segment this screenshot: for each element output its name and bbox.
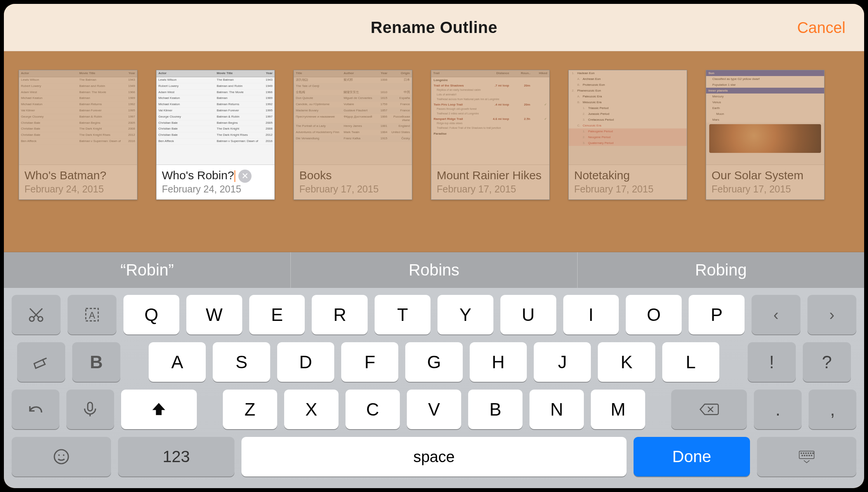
key-j[interactable]: J bbox=[534, 342, 591, 382]
question-key[interactable]: ? bbox=[803, 342, 851, 382]
comma-key[interactable]: , bbox=[809, 390, 856, 429]
key-z[interactable]: Z bbox=[223, 390, 277, 429]
key-r[interactable]: R bbox=[312, 295, 368, 334]
undo-key[interactable] bbox=[12, 390, 59, 429]
document-card[interactable]: TrailDistanceRoun..HikedLongmireTrail of… bbox=[431, 70, 550, 200]
document-footer: BooksFebruary 17, 2015 bbox=[294, 165, 412, 199]
document-thumbnail: SunClassified as type G2 yellow dwarfPop… bbox=[706, 70, 824, 165]
cut-key[interactable] bbox=[12, 295, 61, 334]
svg-point-6 bbox=[58, 454, 60, 456]
app-window: Rename Outline Cancel ActorMovie TitleYe… bbox=[4, 4, 864, 488]
key-b[interactable]: B bbox=[468, 390, 523, 429]
svg-rect-13 bbox=[810, 452, 811, 454]
key-x[interactable]: X bbox=[284, 390, 339, 429]
header-bar: Rename Outline Cancel bbox=[4, 4, 864, 51]
key-d[interactable]: D bbox=[277, 342, 334, 382]
emoji-key[interactable] bbox=[12, 437, 111, 476]
document-thumbnail: TrailDistanceRoun..HikedLongmireTrail of… bbox=[431, 70, 549, 165]
key-t[interactable]: T bbox=[375, 295, 431, 334]
document-footer: Who's Robin?✕February 24, 2015 bbox=[156, 165, 274, 199]
key-l[interactable]: L bbox=[662, 342, 719, 382]
rename-input[interactable]: Who's Robin? bbox=[162, 169, 235, 182]
document-title: Books bbox=[299, 169, 406, 182]
svg-text:A: A bbox=[89, 310, 95, 320]
document-card[interactable]: TitleAuthorYearOrigin源氏物語紫式部1008日本The Ta… bbox=[293, 70, 412, 200]
keyboard: “Robin” Robins Robing A bbox=[4, 252, 864, 488]
bold-key[interactable]: B bbox=[72, 342, 120, 382]
svg-rect-16 bbox=[804, 455, 806, 456]
document-card[interactable]: 1.Hadean EonA.Archean EonB.Proterozoic E… bbox=[568, 70, 687, 200]
document-card[interactable]: ActorMovie TitleYearLewis WilsonThe Batm… bbox=[156, 70, 275, 200]
key-q[interactable]: Q bbox=[123, 295, 179, 334]
done-key[interactable]: Done bbox=[634, 437, 750, 476]
document-title: Notetaking bbox=[574, 169, 681, 182]
key-row-4: 123 space Done bbox=[12, 437, 856, 476]
svg-rect-15 bbox=[802, 455, 803, 456]
key-a[interactable]: A bbox=[149, 342, 206, 382]
svg-rect-11 bbox=[805, 452, 807, 454]
key-p[interactable]: P bbox=[689, 295, 745, 334]
shift-key[interactable] bbox=[121, 390, 197, 429]
exclaim-key[interactable]: ! bbox=[748, 342, 796, 382]
suggestion-3[interactable]: Robing bbox=[578, 252, 864, 288]
svg-point-1 bbox=[38, 317, 43, 321]
document-date: February 17, 2015 bbox=[299, 184, 406, 195]
paste-key[interactable] bbox=[17, 342, 65, 382]
key-row-1: A QWERTYUIOP ‹ › bbox=[12, 295, 856, 334]
suggestion-1[interactable]: “Robin” bbox=[4, 252, 291, 288]
document-title: Mount Rainier Hikes bbox=[437, 169, 544, 182]
clear-text-icon[interactable]: ✕ bbox=[238, 170, 252, 183]
svg-rect-17 bbox=[806, 455, 808, 456]
key-y[interactable]: Y bbox=[437, 295, 493, 334]
key-s[interactable]: S bbox=[213, 342, 270, 382]
svg-rect-8 bbox=[799, 451, 814, 459]
arrow-right-key[interactable]: › bbox=[807, 295, 856, 334]
document-footer: Who's Batman?February 24, 2015 bbox=[19, 165, 137, 199]
key-k[interactable]: K bbox=[598, 342, 655, 382]
key-o[interactable]: O bbox=[626, 295, 682, 334]
key-row-2: B ASDFGHJKL ! ? bbox=[12, 342, 856, 382]
svg-rect-9 bbox=[800, 452, 802, 454]
document-card[interactable]: ActorMovie TitleYearLewis WilsonThe Batm… bbox=[19, 70, 137, 200]
document-grid: ActorMovie TitleYearLewis WilsonThe Batm… bbox=[4, 51, 864, 200]
document-card[interactable]: SunClassified as type G2 yellow dwarfPop… bbox=[706, 70, 825, 200]
document-title: Our Solar System bbox=[712, 169, 819, 182]
suggestion-2[interactable]: Robins bbox=[291, 252, 578, 288]
document-date: February 24, 2015 bbox=[24, 184, 132, 195]
key-f[interactable]: F bbox=[341, 342, 398, 382]
select-all-key[interactable]: A bbox=[68, 295, 116, 334]
dismiss-keyboard-key[interactable] bbox=[757, 437, 856, 476]
document-date: February 17, 2015 bbox=[437, 184, 544, 195]
key-i[interactable]: I bbox=[563, 295, 619, 334]
svg-point-7 bbox=[63, 454, 64, 456]
key-v[interactable]: V bbox=[407, 390, 461, 429]
key-n[interactable]: N bbox=[529, 390, 584, 429]
key-u[interactable]: U bbox=[500, 295, 556, 334]
period-key[interactable]: . bbox=[754, 390, 802, 429]
arrow-left-key[interactable]: ‹ bbox=[752, 295, 800, 334]
key-e[interactable]: E bbox=[249, 295, 305, 334]
keyboard-rows: A QWERTYUIOP ‹ › B ASDFGHJKL ! bbox=[4, 288, 864, 488]
svg-rect-4 bbox=[88, 402, 92, 411]
cancel-button[interactable]: Cancel bbox=[797, 19, 845, 36]
numbers-key[interactable]: 123 bbox=[118, 437, 234, 476]
key-w[interactable]: W bbox=[186, 295, 242, 334]
document-footer: Mount Rainier HikesFebruary 17, 2015 bbox=[431, 165, 549, 199]
key-row-3: ZXCVBNM . , bbox=[12, 390, 856, 429]
document-thumbnail: 1.Hadean EonA.Archean EonB.Proterozoic E… bbox=[569, 70, 687, 165]
document-footer: Our Solar SystemFebruary 17, 2015 bbox=[706, 165, 824, 199]
space-key[interactable]: space bbox=[241, 437, 627, 476]
document-thumbnail: TitleAuthorYearOrigin源氏物語紫式部1008日本The Ta… bbox=[294, 70, 412, 165]
key-m[interactable]: M bbox=[591, 390, 645, 429]
dictation-key[interactable] bbox=[66, 390, 114, 429]
backspace-key[interactable] bbox=[671, 390, 747, 429]
suggestion-bar: “Robin” Robins Robing bbox=[4, 252, 864, 288]
svg-rect-19 bbox=[811, 455, 812, 456]
document-thumbnail: ActorMovie TitleYearLewis WilsonThe Batm… bbox=[156, 70, 274, 165]
key-g[interactable]: G bbox=[405, 342, 462, 382]
key-h[interactable]: H bbox=[470, 342, 527, 382]
svg-rect-18 bbox=[809, 455, 810, 456]
key-c[interactable]: C bbox=[345, 390, 400, 429]
document-footer: NotetakingFebruary 17, 2015 bbox=[569, 165, 687, 199]
svg-point-5 bbox=[54, 450, 68, 464]
